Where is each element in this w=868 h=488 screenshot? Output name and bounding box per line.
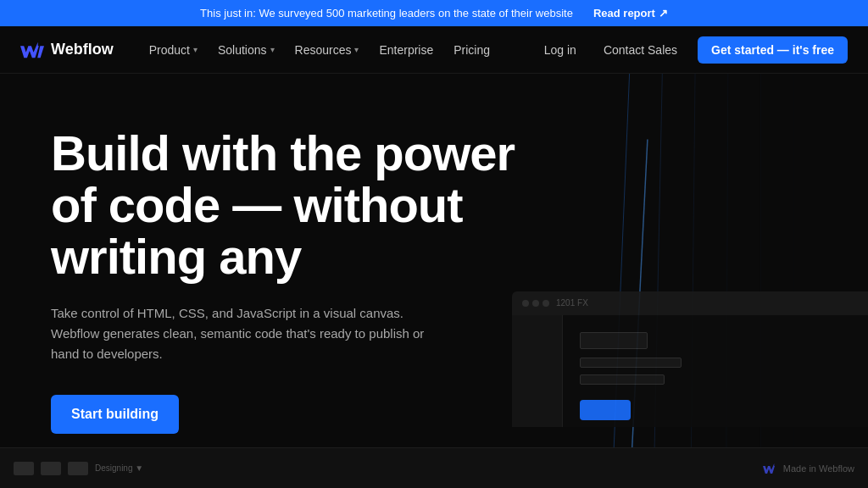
nav-solutions[interactable]: Solutions ▾	[209, 38, 283, 62]
mockup-item-3	[580, 374, 665, 385]
mockup-title-text: 1201 FX	[556, 298, 588, 308]
mockup-canvas	[563, 315, 868, 427]
logo-text: Webflow	[51, 41, 114, 58]
nav-links: Product ▾ Solutions ▾ Resources ▾ Enterp…	[141, 38, 498, 62]
mockup-item-1	[580, 332, 648, 349]
nav-product[interactable]: Product ▾	[141, 38, 206, 62]
solutions-chevron-icon: ▾	[270, 45, 275, 54]
nav-resources[interactable]: Resources ▾	[287, 38, 368, 62]
mockup-item-2	[580, 358, 682, 368]
bottom-bar: Designing ▼ Made in Webflow	[0, 447, 868, 488]
made-in-webflow-badge: Made in Webflow	[763, 463, 854, 474]
mockup-topbar: 1201 FX	[512, 291, 868, 315]
read-report-link[interactable]: Read report ↗	[593, 7, 668, 19]
toolbar-item-2	[41, 462, 61, 475]
product-mockup: 1201 FX	[512, 291, 868, 427]
toolbar-items: Designing ▼	[14, 462, 143, 475]
toolbar-item-1	[14, 462, 34, 475]
hero-title: Build with the power of code — without w…	[51, 128, 526, 283]
nav-enterprise[interactable]: Enterprise	[370, 38, 442, 62]
nav-pricing[interactable]: Pricing	[445, 38, 498, 62]
contact-sales-button[interactable]: Contact Sales	[597, 38, 684, 62]
webflow-small-icon	[763, 463, 778, 474]
announcement-bar: This just in: We surveyed 500 marketing …	[0, 0, 868, 26]
mockup-item-4	[580, 400, 631, 420]
login-button[interactable]: Log in	[537, 38, 583, 62]
get-started-button[interactable]: Get started — it's free	[698, 36, 848, 64]
nav-left: Webflow Product ▾ Solutions ▾ Resources …	[20, 38, 498, 62]
hero-section: Build with the power of code — without w…	[0, 74, 868, 468]
made-in-text: Made in Webflow	[783, 463, 854, 474]
product-chevron-icon: ▾	[193, 45, 198, 54]
start-building-button[interactable]: Start building	[51, 395, 179, 434]
mockup-dot-2	[532, 300, 539, 307]
mockup-window-controls	[522, 300, 549, 307]
toolbar-label: Designing ▼	[95, 463, 143, 473]
hero-subtitle: Take control of HTML, CSS, and JavaScrip…	[51, 303, 441, 364]
navbar: Webflow Product ▾ Solutions ▾ Resources …	[0, 26, 868, 74]
mockup-body	[512, 315, 868, 427]
logo[interactable]: Webflow	[20, 41, 114, 58]
nav-right: Log in Contact Sales Get started — it's …	[537, 36, 848, 64]
toolbar-item-3	[68, 462, 88, 475]
hero-content: Build with the power of code — without w…	[51, 128, 526, 434]
webflow-logo-icon	[20, 42, 44, 58]
announcement-text: This just in: We surveyed 500 marketing …	[200, 7, 573, 19]
resources-chevron-icon: ▾	[354, 45, 359, 54]
mockup-dot-3	[542, 300, 549, 307]
